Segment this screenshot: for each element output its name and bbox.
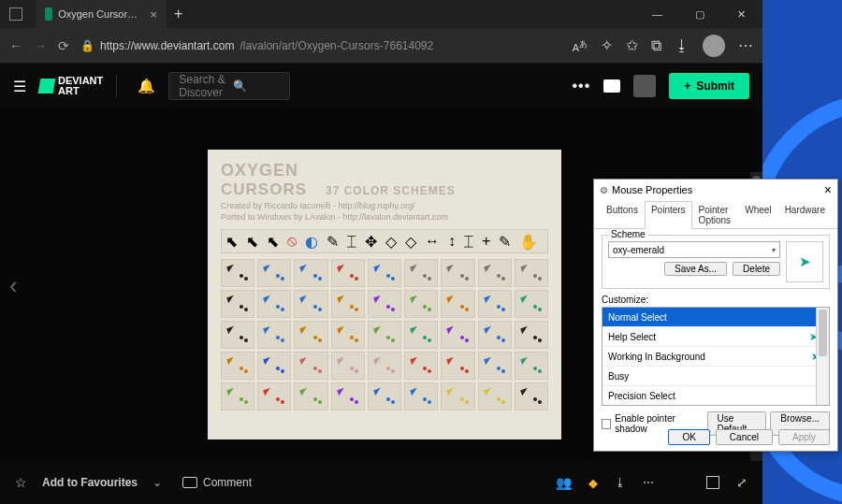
- url-box[interactable]: 🔒 https://www.deviantart.com/lavalon/art…: [80, 39, 561, 52]
- cursor-swatch: [478, 259, 512, 287]
- favicon-icon: [45, 7, 52, 21]
- cursor-swatch: [368, 382, 401, 410]
- group-icon[interactable]: 👥: [556, 475, 572, 490]
- cursor-swatch: [294, 352, 327, 380]
- cursor-swatch: [515, 382, 548, 410]
- new-tab-button[interactable]: +: [167, 6, 190, 22]
- cancel-button[interactable]: Cancel: [716, 429, 773, 445]
- dialog-close-button[interactable]: ×: [824, 182, 832, 197]
- favorites-icon[interactable]: ✩: [626, 36, 638, 54]
- ok-button[interactable]: OK: [668, 429, 709, 445]
- artwork-meta-2: Ported to Windows by LAvalon - http://la…: [221, 212, 548, 222]
- pointer-list-item[interactable]: Working In Background➤•: [602, 347, 829, 367]
- dialog-tab-wheel[interactable]: Wheel: [738, 201, 777, 229]
- close-window-button[interactable]: ✕: [720, 0, 762, 28]
- add-favourites-button[interactable]: Add to Favourites: [42, 476, 138, 489]
- customize-label: Customize:: [602, 295, 830, 305]
- list-scrollbar[interactable]: [816, 308, 829, 405]
- cursor-swatch: [478, 290, 512, 318]
- cursor-swatch: [257, 290, 291, 318]
- cursor-swatch: [331, 259, 365, 287]
- cursor-preview: ➤: [786, 241, 823, 282]
- text-size-icon[interactable]: Aあ: [573, 38, 588, 53]
- dialog-titlebar[interactable]: ⚙ Mouse Properties ×: [594, 180, 837, 200]
- star-icon[interactable]: ☆: [15, 475, 27, 490]
- tab-close-icon[interactable]: ×: [150, 7, 157, 22]
- cursor-swatch: [515, 321, 548, 349]
- artwork-image[interactable]: Oxygen Cursors 37 color schemes Created …: [208, 150, 561, 439]
- read-aloud-icon[interactable]: ✧: [601, 36, 613, 54]
- dialog-tab-pointers[interactable]: Pointers: [645, 201, 692, 229]
- expand-icon[interactable]: ⤢: [736, 475, 748, 490]
- cursor-swatch: [478, 352, 512, 380]
- forward-button[interactable]: →: [34, 38, 47, 53]
- maximize-button[interactable]: ▢: [678, 0, 720, 28]
- plus-icon: +: [684, 79, 690, 93]
- profile-avatar[interactable]: [703, 35, 725, 57]
- search-placeholder: Search & Discover: [179, 73, 225, 99]
- apply-button[interactable]: Apply: [778, 429, 830, 445]
- cursor-swatch: [331, 352, 365, 380]
- bottom-more-icon[interactable]: ⋯: [643, 476, 654, 489]
- dialog-tab-pointer-options[interactable]: Pointer Options: [692, 201, 739, 229]
- dialog-tab-buttons[interactable]: Buttons: [600, 201, 645, 229]
- url-path: /lavalon/art/Oxygen-Cursors-76614092: [240, 39, 433, 52]
- delete-button[interactable]: Delete: [733, 262, 780, 276]
- pointer-item-label: Busy: [608, 371, 629, 382]
- artwork-subtitle: 37 color schemes: [326, 184, 456, 197]
- cursor-swatch: [368, 352, 401, 380]
- artwork-title-1: Oxygen: [221, 161, 548, 180]
- action-bar: ☆ Add to Favourites ⌄ Comment 👥 ◆ ⭳ ⋯ ⤢: [0, 461, 762, 504]
- site-logo[interactable]: DEVIANT ART: [39, 76, 103, 96]
- dialog-title: Mouse Properties: [612, 184, 692, 195]
- save-as-button[interactable]: Save As...: [664, 262, 727, 276]
- pointer-list-item[interactable]: Help Select➤?: [602, 327, 829, 347]
- pointer-listbox[interactable]: Normal Select➤Help Select➤?Working In Ba…: [602, 307, 830, 406]
- cursor-swatch: [294, 290, 327, 318]
- notifications-icon[interactable]: 🔔: [138, 78, 155, 94]
- header-more-icon[interactable]: •••: [573, 78, 591, 94]
- refresh-button[interactable]: ⟳: [58, 38, 69, 53]
- fav-chevron-icon[interactable]: ⌄: [152, 476, 162, 489]
- gear-icon: ⚙: [600, 185, 608, 195]
- minimize-button[interactable]: —: [636, 0, 678, 28]
- cursor-swatch: [404, 382, 438, 410]
- address-bar: ← → ⟳ 🔒 https://www.deviantart.com/laval…: [0, 28, 762, 64]
- back-button[interactable]: ←: [9, 38, 22, 53]
- user-avatar[interactable]: [633, 75, 656, 97]
- cursor-swatch: [294, 259, 327, 287]
- shadow-checkbox[interactable]: [602, 419, 611, 429]
- prev-arrow-icon[interactable]: ‹: [9, 270, 18, 299]
- dialog-tab-hardware[interactable]: Hardware: [778, 201, 832, 229]
- cursor-swatch: [441, 321, 474, 349]
- chat-icon[interactable]: [603, 79, 620, 93]
- collapse-icon[interactable]: [706, 476, 719, 489]
- submit-button[interactable]: + Submit: [669, 73, 749, 99]
- pointer-list-item[interactable]: Precision Select+: [602, 386, 829, 406]
- pointer-list-item[interactable]: Normal Select➤: [602, 308, 829, 327]
- tab-manager-icon[interactable]: [9, 7, 22, 21]
- cursor-swatch: [441, 259, 474, 287]
- scheme-combobox[interactable]: oxy-emerald ▾: [608, 241, 780, 258]
- cursor-swatch: [404, 259, 438, 287]
- cursor-swatch: [441, 352, 474, 380]
- collections-icon[interactable]: ⧉: [651, 37, 661, 54]
- search-input[interactable]: Search & Discover 🔍: [168, 72, 290, 100]
- diamond-icon[interactable]: ◆: [588, 476, 598, 490]
- pointer-list-item[interactable]: Busy••: [602, 367, 829, 386]
- downloads-icon[interactable]: ⭳: [675, 37, 690, 54]
- menu-icon[interactable]: ☰: [13, 78, 26, 95]
- cursor-swatch: [404, 321, 438, 349]
- more-icon[interactable]: ⋯: [738, 36, 753, 54]
- cursor-swatch: [515, 259, 548, 287]
- browser-tab[interactable]: Oxygen Cursors by LAvalon on ×: [36, 0, 167, 28]
- download-icon[interactable]: ⭳: [615, 476, 626, 489]
- scheme-fieldset: Scheme oxy-emerald ▾ Save As... Delete ➤: [602, 235, 830, 289]
- comment-button[interactable]: Comment: [182, 476, 252, 489]
- pointer-item-label: Precision Select: [608, 391, 675, 401]
- pointer-item-label: Normal Select: [608, 312, 667, 323]
- cursor-swatch: [257, 259, 291, 287]
- artwork-toolbar: ⬉⬉⬉⦸◐✎⌶✥◇◇↔↕⌶+✎✋: [221, 229, 548, 253]
- cursor-swatch: [515, 352, 548, 380]
- artwork-title-2: Cursors: [221, 180, 307, 199]
